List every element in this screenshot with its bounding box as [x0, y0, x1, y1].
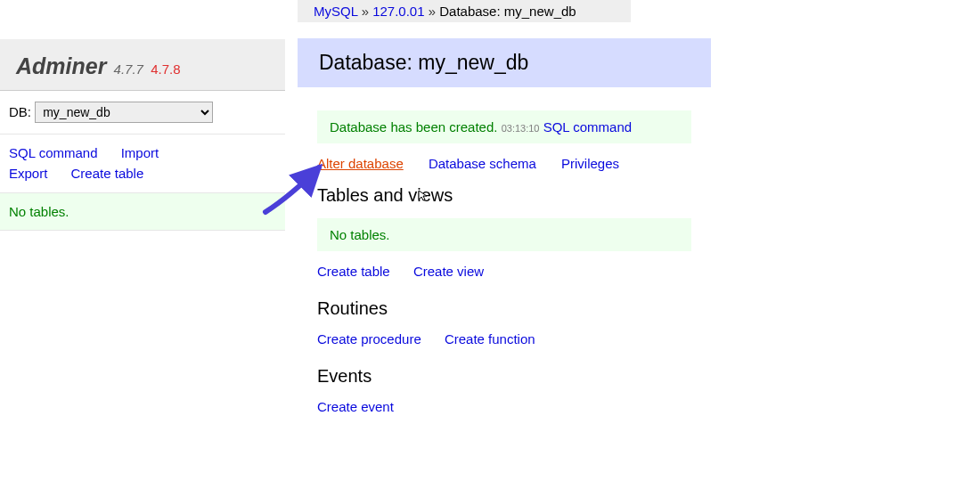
breadcrumb-db-name: my_new_db: [504, 4, 576, 19]
no-tables-main: No tables.: [317, 218, 691, 251]
sidebar-no-tables: No tables.: [0, 193, 285, 231]
db-selector-row: DB: my_new_db: [0, 91, 285, 135]
page-title: Database: my_new_db: [298, 38, 711, 87]
import-link[interactable]: Import: [121, 143, 159, 164]
app-version: 4.7.7: [114, 61, 143, 77]
sidebar-links: SQL command Import Export Create table: [0, 135, 285, 193]
tables-heading: Tables and views: [317, 185, 968, 206]
app-name: Adminer: [16, 53, 106, 78]
message-sql-link[interactable]: SQL command: [543, 119, 633, 135]
breadcrumb-driver[interactable]: MySQL: [314, 4, 357, 19]
db-actions: Alter database Database schema Privilege…: [317, 156, 968, 171]
create-procedure-link[interactable]: Create procedure: [317, 331, 421, 346]
breadcrumb-db-label: Database:: [439, 4, 500, 19]
message-timestamp: 03:13:10: [502, 123, 540, 134]
db-label: DB:: [9, 104, 31, 119]
database-schema-link[interactable]: Database schema: [429, 156, 536, 171]
breadcrumb-sep: »: [362, 4, 369, 19]
db-select[interactable]: my_new_db: [35, 102, 213, 123]
events-links: Create event: [317, 399, 968, 414]
sql-command-link[interactable]: SQL command: [9, 143, 98, 164]
create-event-link[interactable]: Create event: [317, 399, 394, 414]
privileges-link[interactable]: Privileges: [561, 156, 619, 171]
create-view-link[interactable]: Create view: [413, 264, 484, 279]
success-message: Database has been created. 03:13:10 SQL …: [317, 110, 691, 143]
routines-heading: Routines: [317, 298, 968, 319]
create-function-link[interactable]: Create function: [445, 331, 535, 346]
breadcrumb: MySQL » 127.0.01 » Database: my_new_db: [298, 0, 631, 22]
breadcrumb-host[interactable]: 127.0.01: [372, 4, 424, 19]
create-table-link[interactable]: Create table: [71, 164, 144, 184]
message-text: Database has been created.: [330, 119, 497, 135]
routines-links: Create procedure Create function: [317, 331, 968, 346]
app-new-version[interactable]: 4.7.8: [151, 61, 180, 77]
events-heading: Events: [317, 366, 968, 387]
alter-database-link[interactable]: Alter database: [317, 156, 404, 171]
main-content: MySQL » 127.0.01 » Database: my_new_db D…: [285, 0, 980, 481]
logo-bar: Adminer 4.7.7 4.7.8: [0, 39, 285, 91]
breadcrumb-sep: »: [429, 4, 436, 19]
tables-links: Create table Create view: [317, 264, 968, 279]
sidebar: Adminer 4.7.7 4.7.8 DB: my_new_db SQL co…: [0, 0, 285, 481]
export-link[interactable]: Export: [9, 164, 47, 184]
create-table-link-main[interactable]: Create table: [317, 264, 390, 279]
